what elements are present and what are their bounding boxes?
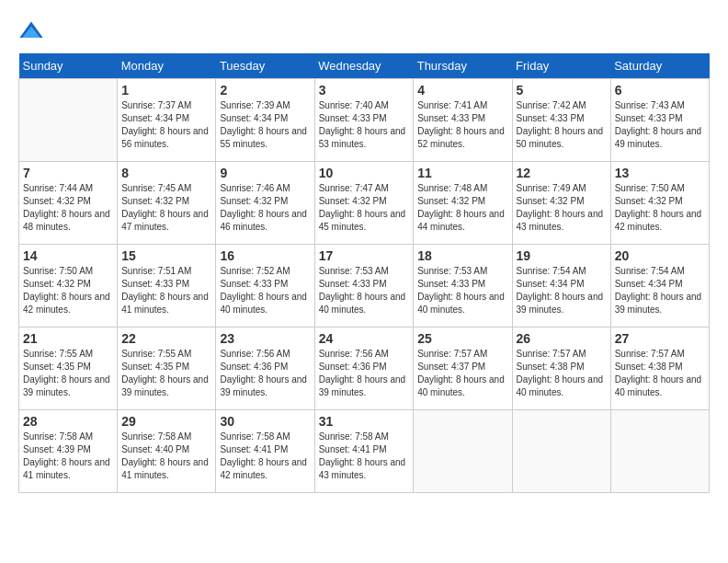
day-info: Sunrise: 7:40 AMSunset: 4:33 PMDaylight:… <box>319 99 410 151</box>
day-header-friday: Friday <box>512 53 610 79</box>
calendar-week-2: 14Sunrise: 7:50 AMSunset: 4:32 PMDayligh… <box>19 245 710 327</box>
day-number: 8 <box>121 166 211 180</box>
day-number: 16 <box>220 248 310 263</box>
calendar-cell: 17Sunrise: 7:53 AMSunset: 4:33 PMDayligh… <box>314 245 414 327</box>
day-info: Sunrise: 7:57 AMSunset: 4:38 PMDaylight:… <box>517 348 607 399</box>
day-number: 28 <box>23 414 113 429</box>
calendar-cell: 11Sunrise: 7:48 AMSunset: 4:32 PMDayligh… <box>414 162 512 245</box>
day-info: Sunrise: 7:58 AMSunset: 4:39 PMDaylight:… <box>23 431 113 482</box>
day-info: Sunrise: 7:57 AMSunset: 4:37 PMDaylight:… <box>417 348 507 399</box>
day-header-sunday: Sunday <box>19 53 118 79</box>
calendar-header-row: SundayMondayTuesdayWednesdayThursdayFrid… <box>19 53 710 79</box>
day-info: Sunrise: 7:54 AMSunset: 4:34 PMDaylight:… <box>615 265 705 316</box>
calendar-cell: 3Sunrise: 7:40 AMSunset: 4:33 PMDaylight… <box>314 79 414 162</box>
day-header-monday: Monday <box>118 53 216 79</box>
calendar-cell: 15Sunrise: 7:51 AMSunset: 4:33 PMDayligh… <box>118 245 216 327</box>
day-info: Sunrise: 7:56 AMSunset: 4:36 PMDaylight:… <box>220 348 310 399</box>
day-number: 1 <box>121 83 211 98</box>
calendar-week-3: 21Sunrise: 7:55 AMSunset: 4:35 PMDayligh… <box>19 327 710 410</box>
calendar-cell: 19Sunrise: 7:54 AMSunset: 4:34 PMDayligh… <box>512 245 610 327</box>
day-info: Sunrise: 7:52 AMSunset: 4:33 PMDaylight:… <box>220 265 310 316</box>
day-number: 11 <box>417 166 507 180</box>
day-info: Sunrise: 7:50 AMSunset: 4:32 PMDaylight:… <box>23 265 113 316</box>
day-number: 19 <box>517 248 607 263</box>
day-info: Sunrise: 7:51 AMSunset: 4:33 PMDaylight:… <box>121 265 211 316</box>
day-info: Sunrise: 7:49 AMSunset: 4:32 PMDaylight:… <box>517 182 607 234</box>
calendar-week-0: 1Sunrise: 7:37 AMSunset: 4:34 PMDaylight… <box>19 79 710 162</box>
day-number: 15 <box>121 248 211 263</box>
calendar-cell: 25Sunrise: 7:57 AMSunset: 4:37 PMDayligh… <box>414 327 512 410</box>
calendar-cell: 16Sunrise: 7:52 AMSunset: 4:33 PMDayligh… <box>216 245 314 327</box>
day-info: Sunrise: 7:46 AMSunset: 4:32 PMDaylight:… <box>220 182 310 234</box>
day-header-saturday: Saturday <box>610 53 709 79</box>
calendar-cell: 12Sunrise: 7:49 AMSunset: 4:32 PMDayligh… <box>512 162 610 245</box>
calendar-cell: 28Sunrise: 7:58 AMSunset: 4:39 PMDayligh… <box>19 410 118 493</box>
calendar-cell <box>19 79 118 162</box>
calendar-cell: 5Sunrise: 7:42 AMSunset: 4:33 PMDaylight… <box>512 79 610 162</box>
day-number: 22 <box>121 331 211 346</box>
day-number: 9 <box>220 166 310 180</box>
day-number: 12 <box>517 166 607 180</box>
calendar-cell: 29Sunrise: 7:58 AMSunset: 4:40 PMDayligh… <box>118 410 216 493</box>
day-info: Sunrise: 7:47 AMSunset: 4:32 PMDaylight:… <box>319 182 410 234</box>
day-header-thursday: Thursday <box>414 53 512 79</box>
calendar-cell: 2Sunrise: 7:39 AMSunset: 4:34 PMDaylight… <box>216 79 314 162</box>
day-number: 27 <box>615 331 705 346</box>
day-info: Sunrise: 7:48 AMSunset: 4:32 PMDaylight:… <box>417 182 507 234</box>
day-header-tuesday: Tuesday <box>216 53 314 79</box>
day-info: Sunrise: 7:56 AMSunset: 4:36 PMDaylight:… <box>319 348 410 399</box>
page-header <box>18 18 710 44</box>
calendar-week-4: 28Sunrise: 7:58 AMSunset: 4:39 PMDayligh… <box>19 410 710 493</box>
day-info: Sunrise: 7:57 AMSunset: 4:38 PMDaylight:… <box>615 348 705 399</box>
calendar-cell: 27Sunrise: 7:57 AMSunset: 4:38 PMDayligh… <box>610 327 709 410</box>
day-number: 31 <box>319 414 410 429</box>
calendar-cell: 21Sunrise: 7:55 AMSunset: 4:35 PMDayligh… <box>19 327 118 410</box>
day-number: 5 <box>517 83 607 98</box>
day-info: Sunrise: 7:37 AMSunset: 4:34 PMDaylight:… <box>121 99 211 151</box>
day-number: 21 <box>23 331 113 346</box>
day-number: 30 <box>220 414 310 429</box>
calendar-cell: 14Sunrise: 7:50 AMSunset: 4:32 PMDayligh… <box>19 245 118 327</box>
calendar-cell: 8Sunrise: 7:45 AMSunset: 4:32 PMDaylight… <box>118 162 216 245</box>
day-number: 24 <box>319 331 410 346</box>
calendar-cell: 18Sunrise: 7:53 AMSunset: 4:33 PMDayligh… <box>414 245 512 327</box>
calendar-cell: 20Sunrise: 7:54 AMSunset: 4:34 PMDayligh… <box>610 245 709 327</box>
day-info: Sunrise: 7:45 AMSunset: 4:32 PMDaylight:… <box>121 182 211 234</box>
day-info: Sunrise: 7:54 AMSunset: 4:34 PMDaylight:… <box>517 265 607 316</box>
calendar-cell: 6Sunrise: 7:43 AMSunset: 4:33 PMDaylight… <box>610 79 709 162</box>
day-number: 10 <box>319 166 410 180</box>
day-info: Sunrise: 7:53 AMSunset: 4:33 PMDaylight:… <box>319 265 410 316</box>
day-number: 3 <box>319 83 410 98</box>
calendar-cell: 24Sunrise: 7:56 AMSunset: 4:36 PMDayligh… <box>314 327 414 410</box>
calendar: SundayMondayTuesdayWednesdayThursdayFrid… <box>18 53 710 493</box>
calendar-cell <box>610 410 709 493</box>
day-info: Sunrise: 7:58 AMSunset: 4:40 PMDaylight:… <box>121 431 211 482</box>
day-number: 20 <box>615 248 705 263</box>
day-number: 14 <box>23 248 113 263</box>
day-info: Sunrise: 7:55 AMSunset: 4:35 PMDaylight:… <box>121 348 211 399</box>
calendar-cell: 22Sunrise: 7:55 AMSunset: 4:35 PMDayligh… <box>118 327 216 410</box>
calendar-cell: 26Sunrise: 7:57 AMSunset: 4:38 PMDayligh… <box>512 327 610 410</box>
day-number: 18 <box>417 248 507 263</box>
day-number: 26 <box>517 331 607 346</box>
logo <box>18 18 48 44</box>
day-info: Sunrise: 7:53 AMSunset: 4:33 PMDaylight:… <box>417 265 507 316</box>
day-info: Sunrise: 7:42 AMSunset: 4:33 PMDaylight:… <box>517 99 607 151</box>
day-info: Sunrise: 7:55 AMSunset: 4:35 PMDaylight:… <box>23 348 113 399</box>
day-header-wednesday: Wednesday <box>314 53 414 79</box>
calendar-week-1: 7Sunrise: 7:44 AMSunset: 4:32 PMDaylight… <box>19 162 710 245</box>
day-number: 17 <box>319 248 410 263</box>
day-number: 13 <box>615 166 705 180</box>
day-number: 6 <box>615 83 705 98</box>
calendar-cell <box>414 410 512 493</box>
calendar-cell <box>512 410 610 493</box>
calendar-cell: 30Sunrise: 7:58 AMSunset: 4:41 PMDayligh… <box>216 410 314 493</box>
day-info: Sunrise: 7:44 AMSunset: 4:32 PMDaylight:… <box>23 182 113 234</box>
day-info: Sunrise: 7:50 AMSunset: 4:32 PMDaylight:… <box>615 182 705 234</box>
calendar-cell: 23Sunrise: 7:56 AMSunset: 4:36 PMDayligh… <box>216 327 314 410</box>
calendar-cell: 7Sunrise: 7:44 AMSunset: 4:32 PMDaylight… <box>19 162 118 245</box>
calendar-cell: 31Sunrise: 7:58 AMSunset: 4:41 PMDayligh… <box>314 410 414 493</box>
calendar-cell: 9Sunrise: 7:46 AMSunset: 4:32 PMDaylight… <box>216 162 314 245</box>
day-info: Sunrise: 7:58 AMSunset: 4:41 PMDaylight:… <box>220 431 310 482</box>
day-number: 25 <box>417 331 507 346</box>
